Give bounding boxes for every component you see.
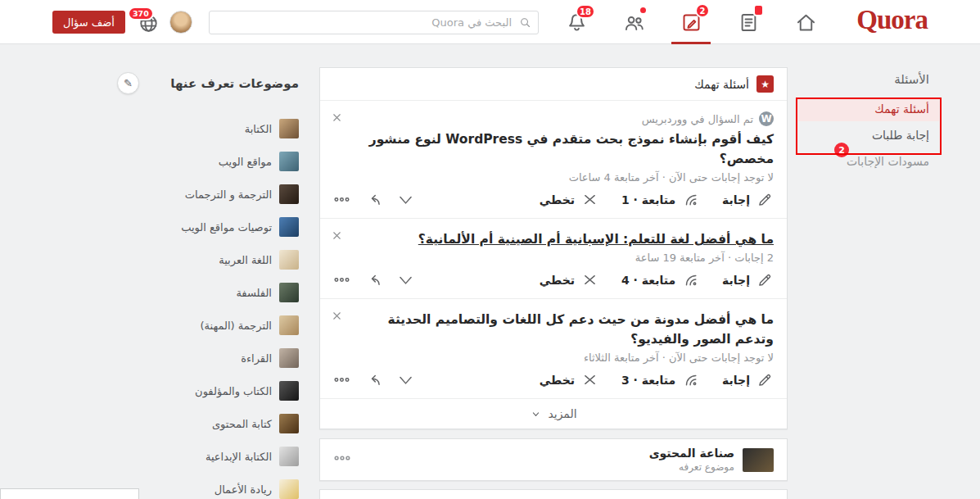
questions-card: ★ أسئلة تهمك W تم السؤال في ووردبريس كيف…: [319, 67, 788, 429]
question-title[interactable]: كيف أقوم بإنشاء نموذج بحث متقدم في WordP…: [333, 129, 774, 169]
topic-more-button[interactable]: [333, 449, 351, 470]
answers-badge: [753, 4, 764, 16]
topic-item-writers-authors[interactable]: الكتاب والمؤلفون: [117, 381, 299, 401]
skip-icon: [581, 271, 598, 288]
add-question-button[interactable]: أضف سؤال: [52, 11, 125, 34]
language-globe[interactable]: 370: [138, 12, 160, 34]
topic-item-translation-profession[interactable]: الترجمة (المهنة): [117, 315, 299, 335]
topic-thumb: [279, 152, 299, 171]
question-meta: لا توجد إجابات حتى الآن · آخر متابعة 4 س…: [333, 171, 774, 184]
top-bar: Quora 2 18: [0, 0, 980, 44]
follow-button[interactable]: متابعة · 1: [621, 191, 699, 208]
topic-item-creative-writing[interactable]: الكتابة الإبداعية: [117, 447, 299, 466]
topic-item-content-writing[interactable]: كتابة المحتوى: [117, 414, 299, 433]
share-button[interactable]: [365, 271, 382, 288]
close-icon[interactable]: [331, 111, 343, 127]
more-button[interactable]: [333, 271, 350, 288]
question-title[interactable]: ما هي أفضل مدونة من حيث دعم كل اللغات وا…: [333, 310, 774, 349]
edit-topics-button[interactable]: ✎: [117, 72, 139, 94]
question-meta: لا توجد إجابات حتى الآن · آخر متابعة الث…: [333, 352, 774, 364]
close-icon[interactable]: [331, 229, 343, 245]
search-bar: [209, 11, 539, 34]
chevron-down-icon: [530, 408, 542, 420]
topic-item-writing[interactable]: الكتابة: [117, 119, 299, 138]
sidebar-item-answer-drafts[interactable]: مسودات الإجابات: [798, 150, 939, 174]
downvote-icon: [397, 371, 414, 388]
next-card-partial: [319, 489, 788, 499]
quora-logo[interactable]: Quora: [856, 5, 928, 35]
skip-button[interactable]: تخطي: [540, 191, 598, 208]
topic-item-translation[interactable]: الترجمة و الترجمات: [117, 184, 299, 204]
skip-button[interactable]: تخطي: [540, 371, 598, 388]
follow-icon: [682, 371, 699, 388]
avatar[interactable]: [169, 11, 192, 34]
sidebar-title: الأسئلة: [798, 72, 939, 87]
spaces-badge-dot: [639, 6, 648, 15]
notifications-badge: 18: [576, 4, 595, 19]
share-icon: [365, 271, 382, 288]
question-actions: إجابة متابعة · 1 تخطي: [333, 191, 774, 212]
downvote-button[interactable]: [397, 371, 414, 388]
topic-item-website-recommendations[interactable]: توصيات مواقع الويب: [117, 217, 299, 237]
main-nav: 2 18: [548, 0, 834, 44]
question-item: W تم السؤال في ووردبريس كيف أقوم بإنشاء …: [320, 101, 787, 218]
write-badge: 2: [695, 3, 710, 18]
search-input[interactable]: [209, 11, 539, 34]
more-button[interactable]: [333, 371, 350, 388]
nav-notifications[interactable]: 18: [548, 0, 605, 44]
question-item: ما هي أفضل مدونة من حيث دعم كل اللغات وا…: [320, 298, 787, 398]
follow-button[interactable]: متابعة · 3: [621, 371, 699, 388]
nav-home[interactable]: [777, 0, 834, 44]
follow-icon: [682, 271, 699, 288]
answer-requests-badge: 2: [834, 143, 849, 157]
more-button-row[interactable]: المزيد: [320, 398, 787, 429]
feed-header: ★ أسئلة تهمك: [320, 68, 787, 101]
topics-sidebar-header: موضوعات تعرف عنها ✎: [117, 72, 299, 94]
question-item: ما هي أفضل لغة للتعلم: الإسبانية أم الصي…: [320, 218, 787, 298]
pen-icon: [756, 271, 774, 288]
nav-answers[interactable]: [720, 0, 777, 44]
skip-button[interactable]: تخطي: [540, 271, 598, 288]
topic-item-arabic-language[interactable]: اللغة العربية: [117, 250, 299, 270]
topic-item-reading[interactable]: القراءة: [117, 348, 299, 368]
bottom-corner-widget-partial[interactable]: [0, 488, 139, 499]
feed-column: ★ أسئلة تهمك W تم السؤال في ووردبريس كيف…: [319, 67, 788, 499]
answer-button[interactable]: إجابة: [722, 371, 774, 388]
downvote-icon: [397, 271, 414, 288]
topic-thumb: [279, 381, 299, 401]
question-title[interactable]: ما هي أفضل لغة للتعلم: الإسبانية أم الصي…: [333, 229, 774, 249]
active-tab-underline: [671, 42, 711, 44]
topic-thumb: [279, 414, 299, 433]
topic-item-entrepreneurship[interactable]: ريادة الأعمال: [117, 479, 299, 499]
downvote-icon: [397, 191, 414, 208]
more-button[interactable]: [333, 191, 350, 208]
share-button[interactable]: [365, 371, 382, 388]
topic-card-title[interactable]: صناعة المحتوى: [649, 447, 734, 460]
downvote-button[interactable]: [397, 271, 414, 288]
downvote-button[interactable]: [397, 191, 414, 208]
skip-icon: [581, 191, 598, 208]
sidebar-item-answer-requests[interactable]: إجابة طلبات 2: [798, 124, 939, 147]
answer-button[interactable]: إجابة: [722, 191, 774, 208]
share-button[interactable]: [365, 191, 382, 208]
sidebar-item-questions-for-you[interactable]: أسئلة تهمك: [798, 98, 939, 121]
question-actions: إجابة متابعة · 3 تخطي: [333, 371, 774, 392]
skip-icon: [581, 371, 598, 388]
globe-badge: 370: [128, 7, 154, 20]
close-icon[interactable]: [331, 310, 343, 325]
share-icon: [365, 191, 382, 208]
topic-thumb: [279, 250, 299, 270]
answer-button[interactable]: إجابة: [722, 271, 774, 288]
follow-button[interactable]: متابعة · 4: [621, 271, 699, 288]
nav-spaces[interactable]: [605, 0, 662, 44]
topic-thumb: [279, 479, 299, 499]
question-meta: 2 إجابات · آخر متابعة 19 ساعة: [333, 252, 774, 264]
topic-thumb: [279, 184, 299, 204]
topic-item-websites[interactable]: مواقع الويب: [117, 152, 299, 171]
topic-thumbnail: [743, 448, 774, 472]
nav-write[interactable]: 2: [662, 0, 720, 44]
sidebar-item-label: إجابة طلبات: [872, 129, 929, 142]
topic-item-philosophy[interactable]: الفلسفة: [117, 283, 299, 302]
topic-card: صناعة المحتوى موضوع تعرفه: [319, 438, 788, 481]
question-source: W تم السؤال في ووردبريس: [333, 111, 774, 126]
